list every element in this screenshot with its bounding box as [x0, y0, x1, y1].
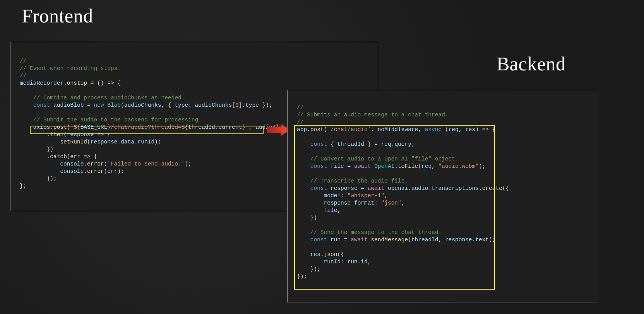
- t: });: [20, 176, 57, 182]
- t: "json": [378, 200, 401, 206]
- t: data: [121, 139, 134, 145]
- t: async: [425, 126, 442, 133]
- t: response: [331, 185, 358, 191]
- t: (: [104, 161, 108, 167]
- t: .: [472, 237, 476, 243]
- t: );: [185, 161, 191, 167]
- t: new: [94, 102, 104, 108]
- t: const: [297, 163, 331, 169]
- t: 0: [235, 102, 239, 108]
- t: ,: [401, 200, 405, 206]
- t: ,: [384, 193, 388, 199]
- t: .: [117, 139, 121, 145]
- t: runId: [138, 139, 155, 145]
- t: .: [320, 251, 324, 258]
- t: (: [442, 126, 448, 133]
- t: sendMessage: [368, 237, 408, 243]
- t: threadId: [411, 237, 438, 243]
- code-line: // Send the message to the chat thread.: [297, 229, 442, 236]
- t: response: [445, 237, 472, 243]
- t: create: [482, 185, 502, 191]
- t: .: [394, 163, 398, 169]
- t: );: [489, 237, 495, 243]
- t: type:: [175, 102, 192, 108]
- code-line: // Submit the audio to the backend for p…: [20, 117, 202, 123]
- t: .: [428, 185, 432, 191]
- t: openai: [384, 185, 408, 191]
- t: err: [107, 168, 117, 174]
- code-line: // Transcribe the audio file.: [297, 178, 408, 184]
- t: }: [364, 141, 371, 147]
- t: (: [418, 163, 421, 169]
- t: [: [232, 102, 235, 108]
- code-line: // Submits an audio message to a chat th…: [297, 112, 449, 118]
- t: (: [63, 131, 67, 138]
- t: err: [70, 154, 80, 160]
- t: req: [421, 163, 432, 169]
- t: "whisper-1": [344, 193, 384, 199]
- t: );: [479, 163, 485, 169]
- t: OpenAI: [371, 163, 394, 169]
- t: ;: [411, 141, 415, 147]
- t: ,: [249, 124, 255, 130]
- code-line: //: [297, 104, 303, 111]
- t: model:: [297, 193, 344, 199]
- t: console: [20, 168, 84, 174]
- t: });: [297, 273, 307, 280]
- t: await: [368, 185, 385, 191]
- t: =: [344, 163, 354, 169]
- backend-title: Backend: [497, 53, 565, 75]
- t: `Failed to send audio.`: [107, 161, 185, 167]
- t: mediaRecorder: [20, 80, 63, 86]
- t: type: [245, 102, 259, 108]
- t: (: [67, 154, 70, 160]
- t: };: [20, 183, 26, 189]
- t: run: [344, 259, 358, 265]
- t: catch: [50, 154, 67, 160]
- t: current: [218, 124, 242, 130]
- t: error: [87, 168, 104, 174]
- t: post: [310, 126, 324, 133]
- code-line: //: [20, 58, 26, 64]
- t: `${: [70, 124, 80, 130]
- t: .: [20, 154, 50, 160]
- t: audio: [411, 185, 428, 191]
- frontend-title: Frontend: [22, 5, 93, 27]
- t: onstop: [67, 80, 87, 86]
- t: => {: [80, 154, 98, 160]
- t: then: [50, 131, 63, 138]
- code-line: //: [20, 73, 26, 79]
- t: ,: [371, 126, 377, 133]
- t: (: [408, 237, 411, 243]
- t: =: [341, 237, 351, 243]
- code-line: // Convert audio to a Open AI "file" obj…: [297, 156, 459, 162]
- t: =: [84, 102, 94, 108]
- t: run: [331, 237, 341, 243]
- t: }/chat/audio?threadId=${: [107, 124, 188, 130]
- t: => {: [94, 131, 111, 138]
- t: .: [50, 124, 53, 130]
- t: req: [449, 126, 459, 133]
- t: }): [20, 146, 53, 152]
- t: .: [479, 185, 482, 191]
- t: const: [20, 102, 53, 108]
- t: );: [117, 168, 124, 174]
- t: threadId: [337, 141, 364, 147]
- t: });: [297, 266, 320, 272]
- t: response_format:: [297, 200, 378, 206]
- t: file: [297, 207, 337, 213]
- t: (: [121, 102, 124, 108]
- svg-marker-0: [267, 124, 290, 136]
- t: `/chat/audio`: [327, 126, 371, 133]
- t: query: [394, 141, 411, 147]
- t: app: [297, 126, 307, 133]
- t: ({: [337, 251, 344, 258]
- t: toFile: [398, 163, 418, 169]
- t: const: [297, 237, 331, 243]
- t: (: [67, 124, 70, 130]
- t: res: [465, 126, 475, 133]
- t: transcriptions: [432, 185, 479, 191]
- t: (: [104, 168, 108, 174]
- code-line: //: [297, 119, 303, 125]
- t: .: [307, 126, 310, 133]
